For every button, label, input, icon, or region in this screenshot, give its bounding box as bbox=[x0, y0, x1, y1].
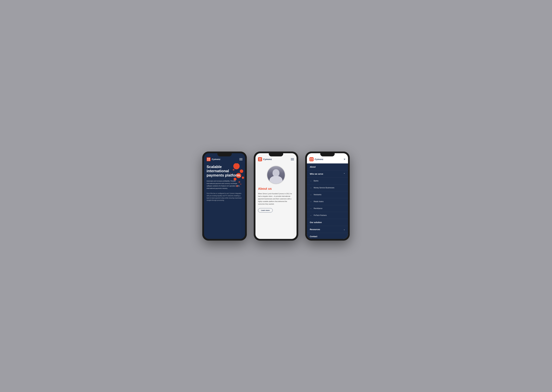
arrow-icon-neobanks: → bbox=[310, 194, 312, 196]
nav-item-remittance-left: → Remittance bbox=[310, 207, 322, 210]
nav-item-msb[interactable]: → Money Service Businesses bbox=[307, 184, 348, 191]
nav-label-fintech: FinTech Partners bbox=[314, 214, 327, 216]
arrow-icon-fintech: → bbox=[310, 214, 312, 217]
close-menu-button[interactable]: × bbox=[343, 158, 345, 161]
svg-rect-23 bbox=[312, 160, 313, 161]
phone-1-content: Scalable international payments platform… bbox=[204, 163, 245, 204]
phone-1-logo-area: Cymonz bbox=[207, 157, 220, 161]
nav-item-retail[interactable]: → Retail chains bbox=[307, 198, 348, 205]
nav-item-fintech-left: → FinTech Partners bbox=[310, 214, 327, 217]
phone-3-notch bbox=[320, 153, 335, 156]
chevron-down-icon: ⌄ bbox=[343, 228, 345, 231]
avatar bbox=[267, 166, 285, 184]
svg-rect-19 bbox=[260, 160, 261, 161]
svg-rect-20 bbox=[310, 158, 311, 159]
nav-label-who-we-serve: Who we serve bbox=[310, 173, 323, 175]
svg-rect-17 bbox=[260, 158, 261, 159]
svg-rect-16 bbox=[259, 158, 260, 159]
phone-1-screen: Cymonz bbox=[204, 153, 245, 239]
phone-3-logo-area: Cymonz bbox=[309, 157, 323, 161]
nav-item-remittance[interactable]: → Remittance bbox=[307, 205, 348, 212]
arrow-icon-retail: → bbox=[310, 201, 312, 203]
svg-rect-0 bbox=[207, 158, 208, 159]
nav-label-msb: Money Service Businesses bbox=[314, 187, 334, 189]
phone-2-screen: Cymonz About us When Simon Lynch founded… bbox=[255, 153, 297, 239]
nav-label-about: About bbox=[310, 166, 315, 168]
phone-2: Cymonz About us When Simon Lynch founded… bbox=[254, 152, 298, 241]
phone-1-hero-title: Scalable international payments platform… bbox=[207, 165, 243, 178]
avatar-silhouette bbox=[267, 166, 285, 184]
phone-2-logo-icon bbox=[258, 157, 262, 161]
nav-item-neobanks[interactable]: → Neobanks bbox=[307, 191, 348, 198]
nav-item-msb-left: → Money Service Businesses bbox=[310, 187, 334, 189]
svg-rect-22 bbox=[310, 160, 311, 161]
nav-label-contact: Contact bbox=[310, 235, 317, 238]
about-body-text: When Simon Lynch founded Cymonz in 2011 … bbox=[258, 192, 294, 205]
svg-rect-3 bbox=[209, 160, 210, 161]
nav-label-resources: Resources bbox=[310, 228, 320, 231]
phone-1-hero-description: Automate and increase profitability. Fle… bbox=[207, 180, 243, 189]
nav-item-who-we-serve[interactable]: Who we serve ⌃ bbox=[307, 170, 348, 177]
arrow-icon-remittance: → bbox=[310, 207, 312, 210]
phone-1: Cymonz bbox=[202, 152, 247, 241]
phone-2-logo-area: Cymonz bbox=[258, 157, 272, 161]
nav-item-neobanks-left: → Neobanks bbox=[310, 194, 321, 196]
svg-rect-2 bbox=[207, 160, 208, 161]
nav-label-banks: Banks bbox=[314, 180, 318, 182]
svg-rect-21 bbox=[312, 158, 313, 159]
nav-item-contact[interactable]: Contact bbox=[307, 233, 348, 239]
about-title: About us bbox=[258, 187, 294, 191]
nav-label-retail: Retail chains bbox=[314, 201, 324, 203]
nav-item-banks-left: → Banks bbox=[310, 180, 318, 182]
nav-menu: About Who we serve ⌃ → Banks → bbox=[307, 163, 348, 239]
phone-3: Cymonz × About Who we serve ⌃ → bbox=[305, 152, 350, 241]
nav-item-retail-left: → Retail chains bbox=[310, 201, 324, 203]
learn-more-button[interactable]: Learn more bbox=[258, 208, 273, 212]
nav-item-banks[interactable]: → Banks bbox=[307, 177, 348, 184]
phone-3-screen: Cymonz × About Who we serve ⌃ → bbox=[307, 153, 348, 239]
nav-item-about[interactable]: About bbox=[307, 163, 348, 170]
phone-1-logo-icon bbox=[207, 157, 211, 161]
avatar-container bbox=[258, 166, 294, 184]
phone-1-logo-text: Cymonz bbox=[212, 158, 220, 161]
phone-3-logo-icon bbox=[309, 157, 314, 161]
phone-1-notch bbox=[217, 153, 232, 156]
phone-1-menu-button[interactable] bbox=[239, 158, 243, 160]
svg-rect-18 bbox=[259, 160, 260, 161]
nav-item-resources[interactable]: Resources ⌄ bbox=[307, 226, 348, 233]
arrow-icon-msb: → bbox=[310, 187, 312, 189]
phone-1-hero-description2: Out of the box or configured to suit, Cy… bbox=[207, 192, 243, 202]
phone-3-logo-text: Cymonz bbox=[315, 158, 323, 161]
nav-label-remittance: Remittance bbox=[314, 207, 322, 210]
nav-label-solution: Our solution bbox=[310, 221, 322, 224]
phone-2-menu-button[interactable] bbox=[291, 158, 294, 160]
phone-2-content: About us When Simon Lynch founded Cymonz… bbox=[255, 163, 297, 215]
nav-item-fintech[interactable]: → FinTech Partners bbox=[307, 212, 348, 219]
chevron-up-icon: ⌃ bbox=[343, 173, 345, 175]
nav-item-solution[interactable]: Our solution bbox=[307, 219, 348, 226]
nav-label-neobanks: Neobanks bbox=[314, 194, 321, 196]
arrow-icon-banks: → bbox=[310, 180, 312, 182]
phone-2-notch bbox=[269, 153, 283, 156]
phones-container: Cymonz bbox=[202, 152, 350, 241]
svg-rect-1 bbox=[209, 158, 210, 159]
phone-2-logo-text: Cymonz bbox=[263, 158, 272, 161]
